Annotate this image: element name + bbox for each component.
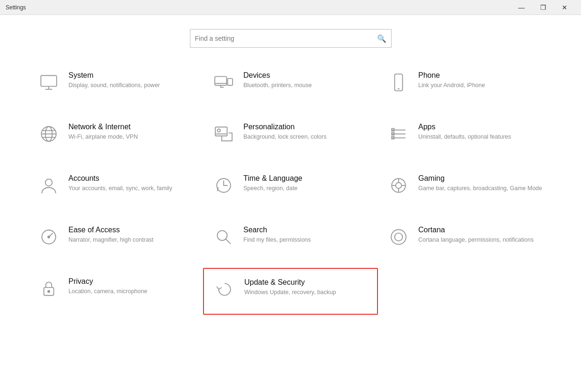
network-icon xyxy=(38,123,60,145)
phone-text: Phone Link your Android, iPhone xyxy=(418,71,485,90)
setting-item-time[interactable]: Time & Language Speech, region, date xyxy=(203,165,378,212)
time-desc: Speech, region, date xyxy=(243,185,302,193)
privacy-text: Privacy Location, camera, microphone xyxy=(68,277,147,296)
svg-rect-0 xyxy=(41,75,57,86)
update-icon xyxy=(213,278,236,301)
gaming-icon xyxy=(387,174,410,197)
privacy-title: Privacy xyxy=(68,277,147,286)
setting-item-search[interactable]: Search Find my files, permissions xyxy=(203,216,378,263)
svg-point-35 xyxy=(217,230,227,240)
search-wrapper: 🔍 xyxy=(28,29,553,48)
system-text: System Display, sound, notifications, po… xyxy=(68,71,160,90)
minimize-button[interactable]: — xyxy=(511,0,532,15)
search-text: Search Find my files, permissions xyxy=(243,226,311,244)
system-desc: Display, sound, notifications, power xyxy=(68,81,160,90)
svg-point-34 xyxy=(48,236,50,238)
gaming-desc: Game bar, captures, broadcasting, Game M… xyxy=(418,185,542,193)
ease-title: Ease of Access xyxy=(68,226,153,234)
setting-item-personalization[interactable]: Personalization Background, lock screen,… xyxy=(203,113,378,160)
devices-icon xyxy=(212,71,235,94)
window-controls: — ❐ ✕ xyxy=(511,0,575,15)
apps-text: Apps Uninstall, defaults, optional featu… xyxy=(418,123,511,141)
setting-item-gaming[interactable]: Gaming Game bar, captures, broadcasting,… xyxy=(378,165,553,212)
accounts-text: Accounts Your accounts, email, sync, wor… xyxy=(68,174,172,193)
setting-item-devices[interactable]: Devices Bluetooth, printers, mouse xyxy=(203,62,378,109)
gaming-title: Gaming xyxy=(418,174,542,183)
cortana-desc: Cortana language, permissions, notificat… xyxy=(418,236,534,244)
setting-item-system[interactable]: System Display, sound, notifications, po… xyxy=(28,62,203,109)
system-title: System xyxy=(68,71,160,80)
time-text: Time & Language Speech, region, date xyxy=(243,174,302,193)
search-box[interactable]: 🔍 xyxy=(190,29,392,48)
maximize-button[interactable]: ❐ xyxy=(532,0,554,15)
setting-item-phone[interactable]: Phone Link your Android, iPhone xyxy=(378,62,553,109)
apps-icon xyxy=(387,123,410,145)
cortana-title: Cortana xyxy=(418,226,534,234)
personalization-icon xyxy=(212,123,235,145)
personalization-desc: Background, lock screen, colors xyxy=(243,133,326,141)
phone-desc: Link your Android, iPhone xyxy=(418,81,485,90)
setting-item-cortana[interactable]: Cortana Cortana language, permissions, n… xyxy=(378,216,553,263)
cortana-text: Cortana Cortana language, permissions, n… xyxy=(418,226,534,244)
accounts-icon xyxy=(38,174,60,197)
setting-item-privacy[interactable]: Privacy Location, camera, microphone xyxy=(28,268,203,315)
update-desc: Windows Update, recovery, backup xyxy=(244,288,336,297)
svg-point-27 xyxy=(396,183,402,189)
main-content: 🔍 System Display, sound, notifications, … xyxy=(0,15,581,392)
devices-text: Devices Bluetooth, printers, mouse xyxy=(243,71,312,90)
network-title: Network & Internet xyxy=(68,123,138,131)
svg-point-24 xyxy=(45,179,53,186)
setting-item-ease[interactable]: Ease of Access Narrator, magnifier, high… xyxy=(28,216,203,263)
search-desc: Find my files, permissions xyxy=(243,236,311,244)
apps-desc: Uninstall, defaults, optional features xyxy=(418,133,511,141)
devices-desc: Bluetooth, printers, mouse xyxy=(243,81,312,90)
phone-title: Phone xyxy=(418,71,485,80)
svg-point-40 xyxy=(48,290,50,292)
privacy-desc: Location, camera, microphone xyxy=(68,288,147,296)
titlebar: Settings — ❐ ✕ xyxy=(0,0,581,15)
time-title: Time & Language xyxy=(243,174,302,183)
network-text: Network & Internet Wi-Fi, airplane mode,… xyxy=(68,123,138,141)
personalization-title: Personalization xyxy=(243,123,326,131)
update-title: Update & Security xyxy=(244,278,336,287)
setting-item-network[interactable]: Network & Internet Wi-Fi, airplane mode,… xyxy=(28,113,203,160)
setting-item-accounts[interactable]: Accounts Your accounts, email, sync, wor… xyxy=(28,165,203,212)
svg-rect-15 xyxy=(215,127,227,136)
network-desc: Wi-Fi, airplane mode, VPN xyxy=(68,133,138,141)
search-icon: 🔍 xyxy=(377,34,386,43)
accounts-title: Accounts xyxy=(68,174,172,183)
window-title: Settings xyxy=(6,4,26,11)
phone-icon xyxy=(387,71,410,94)
devices-title: Devices xyxy=(243,71,312,80)
update-text: Update & Security Windows Update, recove… xyxy=(244,278,336,297)
svg-point-37 xyxy=(391,229,406,244)
privacy-icon xyxy=(38,277,60,300)
system-icon xyxy=(38,71,60,94)
close-button[interactable]: ✕ xyxy=(554,0,575,15)
svg-line-36 xyxy=(226,239,231,244)
search-input[interactable] xyxy=(195,35,377,42)
apps-title: Apps xyxy=(418,123,511,131)
personalization-text: Personalization Background, lock screen,… xyxy=(243,123,326,141)
ease-desc: Narrator, magnifier, high contrast xyxy=(68,236,153,244)
svg-point-17 xyxy=(217,129,220,132)
search-icon xyxy=(212,226,235,248)
svg-rect-4 xyxy=(227,79,233,86)
setting-item-apps[interactable]: Apps Uninstall, defaults, optional featu… xyxy=(378,113,553,160)
cortana-icon xyxy=(387,226,410,248)
svg-rect-3 xyxy=(215,76,226,85)
accounts-desc: Your accounts, email, sync, work, family xyxy=(68,185,172,193)
settings-grid: System Display, sound, notifications, po… xyxy=(28,62,553,315)
svg-point-38 xyxy=(395,233,403,241)
ease-icon xyxy=(38,226,60,248)
search-title: Search xyxy=(243,226,311,234)
time-icon xyxy=(212,174,235,197)
gaming-text: Gaming Game bar, captures, broadcasting,… xyxy=(418,174,542,193)
svg-rect-8 xyxy=(395,74,403,91)
setting-item-update[interactable]: Update & Security Windows Update, recove… xyxy=(203,268,378,315)
ease-text: Ease of Access Narrator, magnifier, high… xyxy=(68,226,153,244)
